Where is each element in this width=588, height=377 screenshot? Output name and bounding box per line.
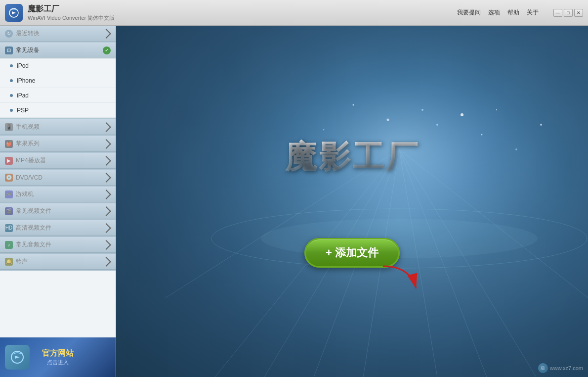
title-left: 魔影工厂 WinAVI Video Converter 简体中文版	[5, 4, 115, 22]
ringtone-section: 🔔 铃声	[0, 254, 116, 270]
mp4-chevron-icon	[101, 156, 111, 166]
device-dot-icon	[10, 109, 13, 112]
apple-series-chevron-icon	[101, 139, 111, 149]
device-dot-icon	[10, 79, 13, 82]
common-devices-section: ⊡ 常见设备 ✓ iPod iPhone iPad	[0, 43, 116, 118]
hd-video-header[interactable]: HD 高清视频文件	[0, 220, 116, 236]
device-ipod-label: iPod	[17, 62, 29, 69]
recent-convert-label: 最近转换	[16, 29, 40, 38]
title-right: 我要提问 选项 帮助 关于 — □ ✕	[457, 8, 583, 17]
red-arrow-indicator	[380, 264, 420, 295]
svg-point-19	[323, 129, 325, 131]
app-name: 魔影工厂	[28, 4, 115, 14]
dvd-icon: 💿	[5, 174, 13, 182]
hd-video-section: HD 高清视频文件	[0, 220, 116, 236]
refresh-icon: ↻	[5, 30, 13, 38]
svg-rect-3	[116, 26, 588, 377]
content-area: 魔影工厂 + 添加文件 极 www.xz7.com	[116, 26, 588, 377]
nav-options[interactable]: 选项	[488, 8, 500, 17]
sidebar-spacer	[0, 271, 116, 337]
game-icon: 🎮	[5, 190, 13, 198]
audio-chevron-icon	[101, 240, 111, 250]
restore-button[interactable]: □	[564, 9, 573, 17]
svg-line-11	[399, 149, 588, 298]
svg-line-8	[399, 149, 437, 377]
common-video-section: 🎬 常见视频文件	[0, 203, 116, 219]
device-item-iphone[interactable]: iPhone	[0, 73, 116, 88]
watermark-logo-icon: 极	[538, 363, 548, 373]
nav-about[interactable]: 关于	[527, 8, 539, 17]
app-subtitle: WinAVI Video Converter 简体中文版	[28, 14, 115, 22]
apple-series-header[interactable]: 🍎 苹果系列	[0, 136, 116, 152]
common-video-header[interactable]: 🎬 常见视频文件	[0, 203, 116, 219]
svg-line-10	[399, 149, 536, 377]
common-audio-section: ♪ 常见音频文件	[0, 237, 116, 253]
recent-convert-chevron-icon	[101, 29, 111, 39]
dvd-chevron-icon	[101, 173, 111, 183]
ringtone-header[interactable]: 🔔 铃声	[0, 254, 116, 270]
common-devices-header[interactable]: ⊡ 常见设备 ✓	[0, 43, 116, 58]
svg-line-9	[399, 149, 487, 377]
title-bar: 魔影工厂 WinAVI Video Converter 简体中文版 我要提问 选…	[0, 0, 588, 26]
official-site-title: 官方网站	[42, 348, 74, 359]
dvd-vcd-header[interactable]: 💿 DVD/VCD	[0, 170, 116, 186]
minimize-button[interactable]: —	[553, 9, 562, 17]
device-dot-icon	[10, 94, 13, 97]
close-button[interactable]: ✕	[574, 9, 583, 17]
dvd-vcd-section: 💿 DVD/VCD	[0, 170, 116, 186]
nav-help[interactable]: 帮助	[507, 8, 519, 17]
device-iphone-label: iPhone	[17, 77, 35, 84]
game-console-header[interactable]: 🎮 游戏机	[0, 187, 116, 202]
official-site-banner[interactable]: 官方网站 点击进入	[0, 337, 116, 377]
video-icon: 🎬	[5, 207, 13, 215]
svg-point-16	[515, 148, 517, 150]
recent-convert-header[interactable]: ↻ 最近转换	[0, 26, 116, 42]
game-console-label: 游戏机	[16, 190, 34, 198]
phone-icon: 📱	[5, 123, 13, 131]
svg-point-21	[496, 109, 497, 110]
ring-icon: 🔔	[5, 258, 13, 266]
common-audio-header[interactable]: ♪ 常见音频文件	[0, 237, 116, 253]
device-item-psp[interactable]: PSP	[0, 103, 116, 118]
common-video-chevron-icon	[101, 206, 111, 216]
common-devices-label: 常见设备	[16, 46, 40, 54]
ringtone-label: 铃声	[16, 257, 28, 266]
device-ipad-label: iPad	[17, 92, 29, 99]
hd-video-label: 高清视频文件	[16, 224, 51, 232]
add-file-button[interactable]: + 添加文件	[304, 238, 400, 268]
svg-point-15	[481, 134, 483, 136]
apple-series-section: 🍎 苹果系列	[0, 136, 116, 152]
svg-point-18	[387, 119, 389, 121]
ringtone-chevron-icon	[101, 257, 111, 267]
phone-video-section: 📱 手机视频	[0, 119, 116, 135]
sidebar: ↻ 最近转换 ⊡ 常见设备 ✓ iPod	[0, 26, 116, 377]
hd-chevron-icon	[101, 223, 111, 233]
app-logo-icon	[5, 4, 23, 22]
window-controls: — □ ✕	[553, 9, 583, 17]
device-dot-icon	[10, 64, 13, 67]
svg-point-23	[211, 209, 587, 268]
svg-point-13	[461, 113, 463, 116]
light-rays-decoration	[116, 26, 588, 377]
watermark: 极 www.xz7.com	[538, 363, 583, 373]
phone-video-header[interactable]: 📱 手机视频	[0, 119, 116, 135]
common-audio-label: 常见音频文件	[16, 240, 51, 249]
game-chevron-icon	[101, 189, 111, 199]
nav-ask[interactable]: 我要提问	[457, 8, 481, 17]
recent-convert-section: ↻ 最近转换	[0, 26, 116, 42]
official-site-subtitle: 点击进入	[42, 359, 74, 366]
apple-icon: 🍎	[5, 140, 13, 148]
audio-icon: ♪	[5, 241, 13, 249]
mp4-player-section: ▶ MP4播放器	[0, 153, 116, 169]
device-psp-label: PSP	[17, 107, 29, 114]
banner-logo-icon	[5, 345, 30, 370]
svg-point-14	[436, 124, 438, 126]
mp4-player-label: MP4播放器	[16, 156, 46, 165]
device-item-ipod[interactable]: iPod	[0, 58, 116, 73]
mp4-player-header[interactable]: ▶ MP4播放器	[0, 153, 116, 169]
apple-series-label: 苹果系列	[16, 140, 40, 148]
phone-video-chevron-icon	[101, 122, 111, 132]
device-item-ipad[interactable]: iPad	[0, 88, 116, 103]
main-app-title: 魔影工厂	[285, 136, 420, 179]
main-container: ↻ 最近转换 ⊡ 常见设备 ✓ iPod	[0, 26, 588, 377]
